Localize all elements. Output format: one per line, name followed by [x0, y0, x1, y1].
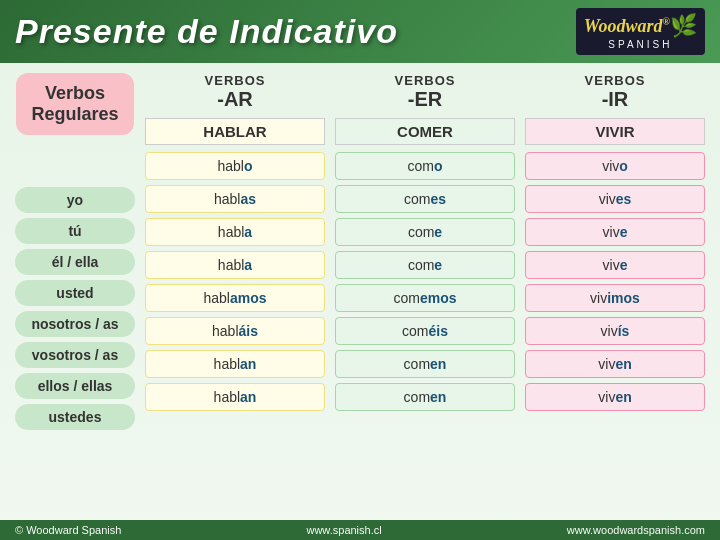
- content-area: Verbos Regulares yotúél / ellaustednosot…: [0, 63, 720, 435]
- conjugation-ending: o: [619, 158, 628, 174]
- ir-verbos-label: VERBOS: [585, 73, 646, 88]
- conjugation-ending: ís: [618, 323, 630, 339]
- conjugation-item: comes: [335, 185, 515, 213]
- ar-example: HABLAR: [145, 118, 325, 145]
- ar-column: VERBOS -AR HABLAR hablohablashablahablah…: [145, 73, 325, 430]
- ar-header: VERBOS -AR: [205, 73, 266, 111]
- pronoun-item: vosotros / as: [15, 342, 135, 368]
- conjugation-ending: áis: [239, 323, 258, 339]
- conjugation-ending: as: [240, 191, 256, 207]
- conjugation-item: vivimos: [525, 284, 705, 312]
- pronoun-column: Verbos Regulares yotúél / ellaustednosot…: [15, 73, 135, 430]
- page-title: Presente de Indicativo: [15, 12, 398, 51]
- er-verbos-label: VERBOS: [395, 73, 456, 88]
- pronoun-item: usted: [15, 280, 135, 306]
- conjugation-ending: an: [240, 356, 256, 372]
- footer: © Woodward Spanish www.spanish.cl www.wo…: [0, 520, 720, 540]
- conjugation-ending: en: [615, 389, 631, 405]
- conjugation-ending: es: [616, 191, 632, 207]
- conjugation-ending: e: [434, 257, 442, 273]
- conjugation-item: habla: [145, 218, 325, 246]
- verb-columns: VERBOS -AR HABLAR hablohablashablahablah…: [145, 73, 705, 430]
- footer-website1: www.spanish.cl: [306, 524, 381, 536]
- ar-conjugation-list: hablohablashablahablahablamoshabláishabl…: [145, 152, 325, 411]
- conjugation-ending: en: [430, 389, 446, 405]
- er-ending: -ER: [408, 88, 442, 111]
- ir-example: VIVIR: [525, 118, 705, 145]
- conjugation-ending: a: [244, 257, 252, 273]
- logo-box: Woodward® 🌿 SPANISH: [576, 8, 705, 55]
- conjugation-item: viven: [525, 383, 705, 411]
- conjugation-item: come: [335, 218, 515, 246]
- pronoun-item: ellos / ellas: [15, 373, 135, 399]
- conjugation-item: hablan: [145, 350, 325, 378]
- conjugation-item: viven: [525, 350, 705, 378]
- conjugation-ending: o: [244, 158, 253, 174]
- conjugation-ending: éis: [428, 323, 447, 339]
- conjugation-ending: emos: [420, 290, 457, 306]
- conjugation-ending: e: [434, 224, 442, 240]
- conjugation-ending: en: [615, 356, 631, 372]
- ir-ending: -IR: [602, 88, 629, 111]
- conjugation-item: habláis: [145, 317, 325, 345]
- er-header: VERBOS -ER: [395, 73, 456, 111]
- conjugation-item: hablamos: [145, 284, 325, 312]
- er-conjugation-list: comocomescomecomecomemoscoméiscomencomen: [335, 152, 515, 411]
- ar-ending: -AR: [217, 88, 253, 111]
- conjugation-item: comen: [335, 350, 515, 378]
- logo-spanish: SPANISH: [584, 39, 697, 50]
- pronoun-item: ustedes: [15, 404, 135, 430]
- er-example: COMER: [335, 118, 515, 145]
- conjugation-ending: e: [620, 257, 628, 273]
- footer-copyright: © Woodward Spanish: [15, 524, 121, 536]
- conjugation-ending: an: [240, 389, 256, 405]
- conjugation-item: coméis: [335, 317, 515, 345]
- ar-verbos-label: VERBOS: [205, 73, 266, 88]
- ir-conjugation-list: vivovivesvivevivevivimosvivísvivenviven: [525, 152, 705, 411]
- conjugation-item: como: [335, 152, 515, 180]
- main-container: Presente de Indicativo Woodward® 🌿 SPANI…: [0, 0, 720, 540]
- conjugation-ending: imos: [607, 290, 640, 306]
- pronoun-item: él / ella: [15, 249, 135, 275]
- pronoun-item: yo: [15, 187, 135, 213]
- conjugation-ending: a: [244, 224, 252, 240]
- conjugation-ending: amos: [230, 290, 267, 306]
- footer-website2: www.woodwardspanish.com: [567, 524, 705, 536]
- conjugation-item: vives: [525, 185, 705, 213]
- conjugation-ending: en: [430, 356, 446, 372]
- conjugation-item: hablan: [145, 383, 325, 411]
- header: Presente de Indicativo Woodward® 🌿 SPANI…: [0, 0, 720, 63]
- conjugation-item: comemos: [335, 284, 515, 312]
- conjugation-ending: o: [434, 158, 443, 174]
- conjugation-item: habla: [145, 251, 325, 279]
- conjugation-ending: es: [430, 191, 446, 207]
- conjugation-item: vivo: [525, 152, 705, 180]
- logo-leaf-icon: 🌿: [670, 13, 697, 39]
- conjugation-item: vive: [525, 218, 705, 246]
- conjugation-item: come: [335, 251, 515, 279]
- conjugation-item: comen: [335, 383, 515, 411]
- conjugation-item: hablo: [145, 152, 325, 180]
- ir-header: VERBOS -IR: [585, 73, 646, 111]
- logo-brand: Woodward®: [584, 17, 670, 35]
- conjugation-item: vive: [525, 251, 705, 279]
- pronoun-item: tú: [15, 218, 135, 244]
- er-column: VERBOS -ER COMER comocomescomecomecomemo…: [335, 73, 515, 430]
- pronoun-list: yotúél / ellaustednosotros / asvosotros …: [15, 187, 135, 430]
- conjugation-item: hablas: [145, 185, 325, 213]
- pronoun-item: nosotros / as: [15, 311, 135, 337]
- conjugation-item: vivís: [525, 317, 705, 345]
- ir-column: VERBOS -IR VIVIR vivovivesvivevivevivimo…: [525, 73, 705, 430]
- verbos-regulares-box: Verbos Regulares: [16, 73, 133, 135]
- conjugation-ending: e: [620, 224, 628, 240]
